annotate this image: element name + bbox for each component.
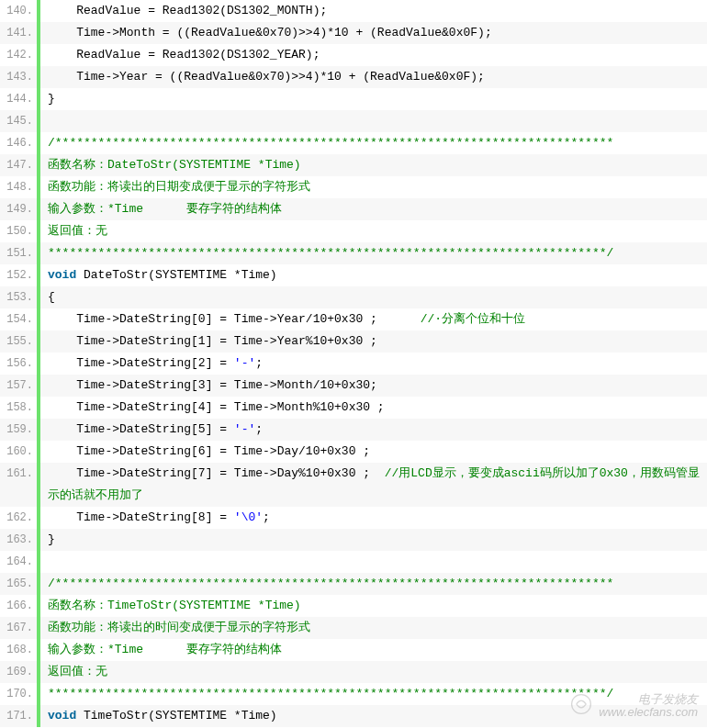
code-line: 162. Time->DateString[8] = '\0';: [0, 507, 707, 529]
line-number: 140.: [0, 0, 37, 22]
code-content: Time->DateString[1] = Time->Year%10+0x30…: [40, 330, 377, 353]
token-string: '-': [234, 356, 255, 370]
token-plain: ReadValue = Read1302(DS1302_MONTH);: [48, 4, 327, 17]
line-number: 164.: [0, 551, 37, 573]
code-line: 157. Time->DateString[3] = Time->Month/1…: [0, 375, 707, 397]
token-plain: Time->DateString[0] = Time->Year/10+0x30…: [48, 312, 421, 326]
line-number: 149.: [0, 198, 37, 220]
code-content: 函数名称：TimeToStr(SYSTEMTIME *Time): [40, 595, 301, 617]
code-content: Time->DateString[8] = '\0';: [40, 507, 270, 529]
code-content: ****************************************…: [40, 683, 613, 705]
code-content: void TimeToStr(SYSTEMTIME *Time): [40, 705, 277, 727]
line-number: 162.: [0, 507, 37, 529]
token-plain: [48, 554, 55, 568]
code-line: 167.函数功能：将读出的时间变成便于显示的字符形式: [0, 617, 707, 639]
code-line: 168.输入参数：*Time 要存字符的结构体: [0, 639, 707, 661]
token-string: '\0': [234, 510, 263, 524]
code-content: 函数功能：将读出的日期变成便于显示的字符形式: [40, 176, 310, 198]
token-keyword: void: [48, 709, 76, 722]
line-number: 169.: [0, 661, 37, 683]
code-content: void DateToStr(SYSTEMTIME *Time): [40, 264, 277, 286]
code-content: 函数功能：将读出的时间变成便于显示的字符形式: [40, 617, 310, 639]
token-comment: 返回值：无: [48, 224, 107, 238]
code-line: 158. Time->DateString[4] = Time->Month%1…: [0, 397, 707, 419]
code-content: /***************************************…: [40, 573, 613, 595]
token-plain: ReadValue = Read1302(DS1302_YEAR);: [48, 48, 320, 62]
line-number: 160.: [0, 441, 37, 463]
code-content: 返回值：无: [40, 661, 107, 683]
code-line: 165./***********************************…: [0, 573, 707, 595]
line-number: 144.: [0, 88, 37, 110]
token-plain: Time->DateString[2] =: [48, 356, 234, 370]
token-comment: 返回值：无: [48, 665, 107, 678]
code-content: Time->DateString[0] = Time->Year/10+0x30…: [40, 308, 525, 330]
token-plain: Time->DateString[6] = Time->Day/10+0x30 …: [48, 444, 370, 458]
line-number: 150.: [0, 220, 37, 242]
code-line: 163.}: [0, 529, 707, 551]
token-comment: 输入参数：*Time 要存字符的结构体: [48, 202, 282, 216]
token-comment: 函数功能：将读出的日期变成便于显示的字符形式: [48, 180, 310, 194]
code-content: Time->DateString[5] = '-';: [40, 419, 263, 441]
token-comment: //·分离个位和十位: [421, 312, 525, 326]
line-number: 147.: [0, 154, 37, 176]
line-number: 155.: [0, 330, 37, 353]
code-line: 151.************************************…: [0, 242, 707, 264]
token-plain: {: [48, 290, 55, 304]
line-number: 159.: [0, 419, 37, 441]
line-number: 143.: [0, 66, 37, 88]
token-string: '-': [234, 422, 255, 436]
code-line: 160. Time->DateString[6] = Time->Day/10+…: [0, 441, 707, 463]
line-number: 145.: [0, 110, 37, 132]
line-number: 146.: [0, 132, 37, 154]
line-number: 170.: [0, 683, 37, 705]
line-number: 158.: [0, 397, 37, 419]
code-line: 142. ReadValue = Read1302(DS1302_YEAR);: [0, 44, 707, 66]
code-content: ReadValue = Read1302(DS1302_MONTH);: [40, 0, 327, 22]
line-number: 141.: [0, 22, 37, 44]
code-content: 返回值：无: [40, 220, 107, 242]
code-content: Time->DateString[2] = '-';: [40, 353, 263, 375]
code-line: 159. Time->DateString[5] = '-';: [0, 419, 707, 441]
code-line: 143. Time->Year = ((ReadValue&0x70)>>4)*…: [0, 66, 707, 88]
line-number: 171.: [0, 705, 37, 727]
line-number: 157.: [0, 375, 37, 397]
token-comment: 函数名称：DateToStr(SYSTEMTIME *Time): [48, 158, 301, 172]
code-content: }: [40, 529, 55, 551]
code-content: Time->Month = ((ReadValue&0x70)>>4)*10 +…: [40, 22, 492, 44]
token-plain: }: [48, 92, 55, 106]
token-comment: 函数名称：TimeToStr(SYSTEMTIME *Time): [48, 599, 301, 612]
line-number: 156.: [0, 353, 37, 375]
code-content: Time->DateString[6] = Time->Day/10+0x30 …: [40, 441, 370, 463]
code-line: 152.void DateToStr(SYSTEMTIME *Time): [0, 264, 707, 286]
code-content: 输入参数：*Time 要存字符的结构体: [40, 639, 282, 661]
token-plain: DateToStr(SYSTEMTIME *Time): [76, 268, 276, 282]
token-comment: ****************************************…: [48, 246, 613, 260]
token-comment: /***************************************…: [48, 577, 613, 590]
token-plain: ;: [263, 510, 270, 524]
token-plain: ;: [255, 356, 263, 370]
code-line: 147.函数名称：DateToStr(SYSTEMTIME *Time): [0, 154, 707, 176]
code-line: 166.函数名称：TimeToStr(SYSTEMTIME *Time): [0, 595, 707, 617]
code-content: ReadValue = Read1302(DS1302_YEAR);: [40, 44, 320, 66]
token-plain: Time->DateString[1] = Time->Year%10+0x30…: [48, 334, 377, 348]
code-content: Time->DateString[3] = Time->Month/10+0x3…: [40, 375, 377, 397]
line-number: 148.: [0, 176, 37, 198]
code-line: 153.{: [0, 286, 707, 308]
token-plain: Time->DateString[3] = Time->Month/10+0x3…: [48, 378, 377, 392]
token-comment: 输入参数：*Time 要存字符的结构体: [48, 643, 282, 656]
token-plain: Time->Month = ((ReadValue&0x70)>>4)*10 +…: [48, 26, 492, 39]
token-comment: 函数功能：将读出的时间变成便于显示的字符形式: [48, 621, 310, 634]
code-line: 156. Time->DateString[2] = '-';: [0, 353, 707, 375]
token-plain: Time->DateString[8] =: [48, 510, 234, 524]
line-number: 153.: [0, 286, 37, 308]
code-content: 函数名称：DateToStr(SYSTEMTIME *Time): [40, 154, 301, 176]
line-number: 166.: [0, 595, 37, 617]
line-number: 165.: [0, 573, 37, 595]
code-line: 169.返回值：无: [0, 661, 707, 683]
code-line: 148.函数功能：将读出的日期变成便于显示的字符形式: [0, 176, 707, 198]
line-number: 142.: [0, 44, 37, 66]
code-content: Time->Year = ((ReadValue&0x70)>>4)*10 + …: [40, 66, 485, 88]
token-plain: Time->DateString[4] = Time->Month%10+0x3…: [48, 400, 385, 414]
token-plain: ;: [255, 422, 263, 436]
code-line: 164.: [0, 551, 707, 573]
